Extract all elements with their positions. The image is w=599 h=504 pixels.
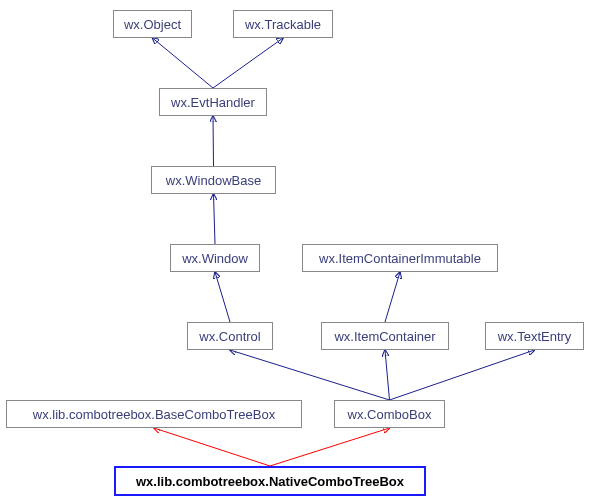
edge-window-to-windowbase <box>214 194 216 244</box>
edge-combobox-to-textentry <box>390 350 535 400</box>
node-label: wx.Control <box>199 329 260 344</box>
node-label: wx.TextEntry <box>498 329 572 344</box>
edges-layer <box>0 0 599 504</box>
node-object[interactable]: wx.Object <box>113 10 192 38</box>
node-label: wx.Object <box>124 17 181 32</box>
edge-nativecombotreebox-to-basecombotreebox <box>154 428 270 466</box>
node-control[interactable]: wx.Control <box>187 322 273 350</box>
node-label: wx.lib.combotreebox.BaseComboTreeBox <box>33 407 275 422</box>
node-label: wx.ItemContainerImmutable <box>319 251 481 266</box>
node-combobox[interactable]: wx.ComboBox <box>334 400 445 428</box>
node-label: wx.Window <box>182 251 248 266</box>
edge-combobox-to-itemcontainer <box>385 350 390 400</box>
node-label: wx.EvtHandler <box>171 95 255 110</box>
node-windowbase[interactable]: wx.WindowBase <box>151 166 276 194</box>
node-trackable[interactable]: wx.Trackable <box>233 10 333 38</box>
edge-combobox-to-control <box>230 350 390 400</box>
node-textentry[interactable]: wx.TextEntry <box>485 322 584 350</box>
edge-evthandler-to-object <box>153 38 214 88</box>
edge-windowbase-to-evthandler <box>213 116 214 166</box>
node-label: wx.ItemContainer <box>334 329 435 344</box>
node-evthandler[interactable]: wx.EvtHandler <box>159 88 267 116</box>
edge-evthandler-to-trackable <box>213 38 283 88</box>
node-window[interactable]: wx.Window <box>170 244 260 272</box>
edge-nativecombotreebox-to-combobox <box>270 428 390 466</box>
edge-control-to-window <box>215 272 230 322</box>
node-itemcontainerimm[interactable]: wx.ItemContainerImmutable <box>302 244 498 272</box>
node-itemcontainer[interactable]: wx.ItemContainer <box>321 322 449 350</box>
node-label: wx.WindowBase <box>166 173 261 188</box>
node-basecombotreebox[interactable]: wx.lib.combotreebox.BaseComboTreeBox <box>6 400 302 428</box>
node-label: wx.Trackable <box>245 17 321 32</box>
inheritance-diagram: wx.Objectwx.Trackablewx.EvtHandlerwx.Win… <box>0 0 599 504</box>
node-label: wx.ComboBox <box>348 407 432 422</box>
node-nativecombotreebox: wx.lib.combotreebox.NativeComboTreeBox <box>114 466 426 496</box>
edge-itemcontainer-to-itemcontainerimm <box>385 272 400 322</box>
node-label: wx.lib.combotreebox.NativeComboTreeBox <box>136 474 404 489</box>
